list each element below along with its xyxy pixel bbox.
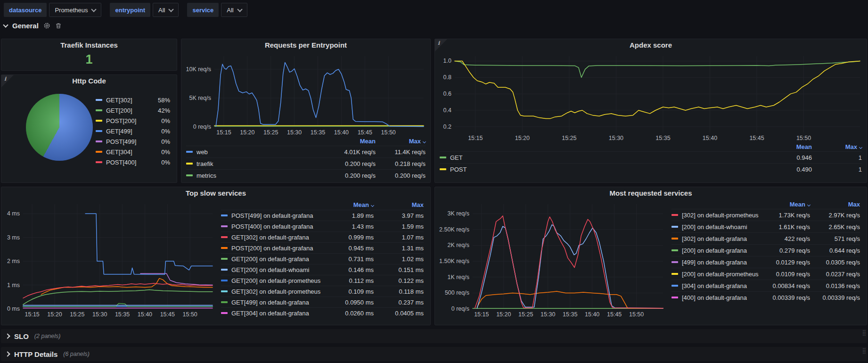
row-title[interactable]: General (12, 22, 39, 30)
row-header-http-details[interactable]: HTTP Details (6 panels) ⣿ (1, 347, 867, 361)
series-label[interactable]: POST[200] (106, 117, 153, 124)
legend-row: [200] on default-prometheus0.0109 req/s0… (671, 268, 860, 280)
series-label[interactable]: web (197, 148, 326, 156)
series-swatch-icon[interactable] (221, 214, 228, 216)
drag-handle-icon[interactable]: ⣿ (862, 348, 865, 354)
legend-sort-max[interactable]: Max (374, 201, 424, 208)
variable-select-entrypoint[interactable]: All (153, 3, 179, 17)
legend-sort-max[interactable]: Max (810, 201, 860, 208)
panel-title[interactable]: Traefik Instances (1, 39, 177, 51)
series-swatch-icon[interactable] (221, 258, 228, 260)
panel-title[interactable]: Top slow services (1, 187, 430, 199)
legend-sort-max[interactable]: Max (812, 143, 862, 150)
svg-text:2.50K req/s: 2.50K req/s (439, 226, 469, 233)
variable-select-datasource[interactable]: Prometheus (49, 3, 101, 17)
legend-sort-mean[interactable]: Mean (760, 201, 810, 208)
series-label[interactable]: [499] on default-grafana (682, 259, 760, 266)
panel-most-requested-services: Most requested services 15:1515:2015:251… (434, 187, 867, 325)
trash-icon[interactable] (55, 22, 62, 29)
series-swatch-icon[interactable] (96, 151, 102, 153)
series-swatch-icon[interactable] (96, 161, 102, 163)
series-label[interactable]: [400] on default-grafana (682, 294, 760, 301)
panel-traefik-instances: Traefik Instances 1 (1, 39, 177, 71)
series-label[interactable]: GET[200] on default-grafana (231, 256, 324, 263)
series-swatch-icon[interactable] (221, 290, 228, 292)
series-label[interactable]: POST[499] (106, 138, 153, 145)
series-label[interactable]: traefik (197, 160, 326, 167)
series-swatch-icon[interactable] (186, 151, 193, 153)
series-swatch-icon[interactable] (221, 236, 228, 238)
series-label[interactable]: GET[304] (106, 148, 153, 156)
series-label[interactable]: GET (450, 154, 762, 161)
legend-percent: 0% (153, 128, 170, 135)
series-label[interactable]: [200] on default-whoami (682, 223, 760, 231)
legend-row: POST[200] on default-grafana0.945 ms1.31… (221, 242, 424, 253)
series-swatch-icon[interactable] (671, 214, 678, 216)
series-label[interactable]: [200] on default-prometheus (682, 271, 760, 278)
series-label[interactable]: POST[400] on default-grafana (231, 223, 324, 230)
series-swatch-icon[interactable] (221, 225, 228, 227)
pie-chart[interactable] (26, 94, 93, 161)
most-requested-chart[interactable]: 15:1515:2015:2515:3015:3515:4015:4515:50… (437, 199, 667, 318)
series-swatch-icon[interactable] (671, 249, 678, 251)
legend-mean-value: 4.01K req/s (326, 148, 376, 156)
series-swatch-icon[interactable] (186, 163, 193, 165)
series-swatch-icon[interactable] (671, 261, 678, 263)
legend-sort-mean[interactable]: Mean (762, 143, 812, 150)
row-header-slo[interactable]: SLO (2 panels) ⣿ (1, 329, 867, 343)
row-header-general[interactable]: General (4, 20, 62, 31)
series-swatch-icon[interactable] (96, 120, 102, 122)
gear-icon[interactable] (43, 22, 50, 29)
apdex-chart[interactable]: 15:1515:2015:2515:3015:3515:4015:4515:50… (438, 51, 864, 142)
series-swatch-icon[interactable] (221, 312, 228, 314)
series-label[interactable]: GET[200] on default-whoami (231, 266, 324, 273)
series-swatch-icon[interactable] (671, 226, 678, 228)
series-swatch-icon[interactable] (671, 285, 678, 287)
series-label[interactable]: GET[302] on default-grafana (231, 234, 324, 241)
series-swatch-icon[interactable] (96, 99, 102, 101)
series-label[interactable]: [304] on default-grafana (682, 282, 760, 289)
variable-select-service[interactable]: All (221, 3, 247, 17)
series-swatch-icon[interactable] (221, 301, 228, 303)
series-swatch-icon[interactable] (440, 168, 446, 170)
drag-handle-icon[interactable]: ⣿ (862, 330, 865, 336)
series-swatch-icon[interactable] (96, 140, 102, 142)
row-title[interactable]: SLO (14, 332, 29, 340)
series-label[interactable]: GET[200] on default-prometheus (231, 277, 324, 284)
panel-title[interactable]: Most requested services (435, 187, 867, 199)
series-swatch-icon[interactable] (186, 174, 193, 176)
series-label[interactable]: GET[302] on default-prometheus (231, 288, 324, 295)
series-swatch-icon[interactable] (221, 269, 228, 271)
series-swatch-icon[interactable] (440, 157, 446, 158)
series-label[interactable]: [302] on default-grafana (682, 235, 760, 242)
panel-title[interactable]: Http Code (1, 75, 177, 87)
panel-title[interactable]: Requests per Entrypoint (181, 39, 430, 51)
requests-chart[interactable]: 15:1515:2015:2515:3015:3515:4015:4515:50… (184, 51, 427, 136)
series-swatch-icon[interactable] (96, 130, 102, 132)
series-swatch-icon[interactable] (221, 280, 228, 281)
series-label[interactable]: GET[499] (106, 128, 153, 135)
series-swatch-icon[interactable] (671, 273, 678, 275)
svg-text:1.50K req/s: 1.50K req/s (439, 258, 469, 264)
series-label[interactable]: GET[304] on default-grafana (231, 310, 324, 317)
series-label[interactable]: POST[200] on default-grafana (231, 245, 324, 252)
panel-title[interactable]: Apdex score (435, 39, 867, 51)
series-label[interactable]: GET[302] (106, 97, 153, 104)
series-label[interactable]: metrics (197, 172, 326, 179)
top-slow-chart[interactable]: 15:1515:2015:2515:3015:3515:4015:4515:50… (3, 199, 216, 318)
series-label[interactable]: [200] on default-grafana (682, 247, 760, 254)
series-label[interactable]: GET[499] on default-grafana (231, 299, 324, 306)
legend-sort-mean[interactable]: Mean (324, 201, 374, 208)
legend-sort-mean[interactable]: Mean (326, 138, 376, 145)
series-label[interactable]: POST (450, 166, 762, 173)
series-label[interactable]: POST[499] on default-grafana (231, 212, 324, 219)
series-label[interactable]: [302] on default-prometheus (682, 212, 760, 219)
row-title[interactable]: HTTP Details (14, 350, 57, 358)
legend-sort-max[interactable]: Max (376, 138, 426, 145)
series-label[interactable]: GET[200] (106, 107, 153, 114)
series-swatch-icon[interactable] (221, 247, 228, 249)
series-swatch-icon[interactable] (671, 297, 678, 298)
series-swatch-icon[interactable] (671, 238, 678, 239)
series-swatch-icon[interactable] (96, 109, 102, 111)
series-label[interactable]: POST[400] (106, 159, 153, 166)
